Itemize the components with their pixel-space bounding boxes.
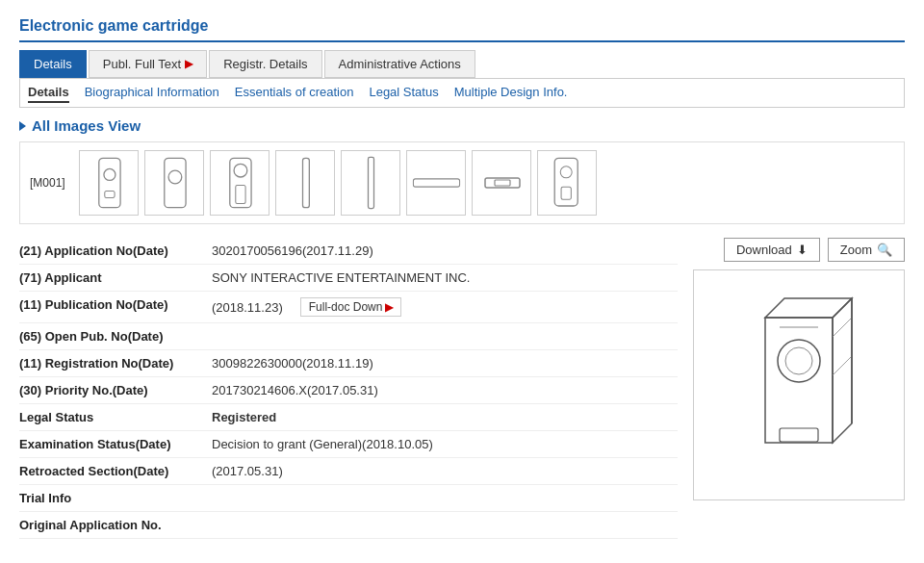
field-row-open-pub: (65) Open Pub. No(Date) bbox=[19, 323, 678, 350]
label-orig-app-no: Original Application No. bbox=[19, 518, 212, 532]
tab-admin-actions[interactable]: Administrative Actions bbox=[324, 50, 475, 78]
thumbnail-3 bbox=[210, 150, 270, 216]
value-priority-no: 201730214606.X(2017.05.31) bbox=[212, 383, 678, 397]
thumbnail-5 bbox=[341, 150, 400, 216]
tab-details[interactable]: Details bbox=[19, 50, 87, 78]
subtab-essentials[interactable]: Essentials of creation bbox=[235, 83, 354, 103]
field-row-pub-no: (11) Publication No(Date) (2018.11.23) F… bbox=[19, 292, 678, 323]
value-retroacted: (2017.05.31) bbox=[212, 464, 678, 478]
svg-rect-18 bbox=[780, 428, 818, 442]
patent-drawing bbox=[693, 269, 905, 500]
svg-point-6 bbox=[234, 164, 247, 177]
label-exam-status: Examination Status(Date) bbox=[19, 437, 212, 451]
value-reg-no: 3009822630000(2018.11.19) bbox=[212, 356, 678, 371]
thumbnail-4 bbox=[275, 150, 335, 216]
label-legal-status: Legal Status bbox=[19, 410, 212, 424]
field-row-applicant: (71) Applicant SONY INTERACTIVE ENTERTAI… bbox=[19, 265, 678, 292]
full-doc-button[interactable]: Full-doc Down ▶ bbox=[300, 297, 402, 317]
label-trial-info: Trial Info bbox=[19, 491, 212, 505]
subtab-details[interactable]: Details bbox=[28, 83, 69, 103]
svg-point-14 bbox=[560, 166, 572, 178]
svg-point-4 bbox=[168, 170, 182, 184]
action-buttons: Download ⬇ Zoom 🔍 bbox=[693, 238, 905, 262]
fields-table: (21) Application No(Date) 3020170056196(… bbox=[19, 238, 678, 539]
subtab-legal-status[interactable]: Legal Status bbox=[369, 83, 438, 103]
thumbnail-8 bbox=[537, 150, 597, 216]
svg-rect-5 bbox=[229, 158, 250, 207]
svg-point-17 bbox=[785, 347, 812, 374]
svg-rect-3 bbox=[164, 158, 185, 207]
field-row-orig-app-no: Original Application No. bbox=[19, 512, 678, 539]
pdf-icon-full-doc: ▶ bbox=[385, 301, 393, 314]
thumbnail-1 bbox=[79, 150, 139, 216]
svg-line-20 bbox=[833, 318, 852, 337]
svg-rect-0 bbox=[98, 158, 119, 207]
svg-rect-13 bbox=[554, 158, 578, 206]
patent-drawing-svg bbox=[712, 279, 886, 491]
field-row-exam-status: Examination Status(Date) Decision to gra… bbox=[19, 431, 678, 458]
svg-rect-2 bbox=[104, 192, 114, 198]
label-open-pub: (65) Open Pub. No(Date) bbox=[19, 329, 212, 344]
right-panel: Download ⬇ Zoom 🔍 bbox=[693, 238, 905, 539]
label-app-no: (21) Application No(Date) bbox=[19, 243, 212, 258]
svg-rect-12 bbox=[495, 180, 510, 186]
label-retroacted: Retroacted Section(Date) bbox=[19, 464, 212, 478]
field-row-priority-no: (30) Priority No.(Date) 201730214606.X(2… bbox=[19, 377, 678, 404]
zoom-icon: 🔍 bbox=[877, 243, 892, 257]
field-row-reg-no: (11) Registration No(Date) 3009822630000… bbox=[19, 350, 678, 377]
download-button[interactable]: Download ⬇ bbox=[724, 238, 820, 262]
page-wrapper: Electronic game cartridge Details Publ. … bbox=[0, 0, 924, 549]
images-row: [M001] bbox=[19, 141, 905, 224]
value-legal-status: Registered bbox=[212, 410, 678, 424]
value-applicant: SONY INTERACTIVE ENTERTAINMENT INC. bbox=[212, 270, 678, 285]
tab-publ-full-text[interactable]: Publ. Full Text ▶ bbox=[89, 50, 207, 78]
content-area: (21) Application No(Date) 3020170056196(… bbox=[19, 238, 905, 539]
svg-point-16 bbox=[778, 340, 820, 382]
label-priority-no: (30) Priority No.(Date) bbox=[19, 383, 212, 397]
subtab-multiple-design[interactable]: Multiple Design Info. bbox=[454, 83, 568, 103]
subtab-bio-info[interactable]: Biographical Information bbox=[85, 83, 219, 103]
download-icon: ⬇ bbox=[797, 243, 808, 257]
svg-rect-8 bbox=[302, 158, 309, 207]
field-row-legal-status: Legal Status Registered bbox=[19, 404, 678, 431]
all-images-section-title: All Images View bbox=[19, 117, 905, 134]
sub-tabs-bar: Details Biographical Information Essenti… bbox=[19, 78, 905, 108]
main-tabs: Details Publ. Full Text ▶ Registr. Detai… bbox=[19, 50, 905, 78]
label-applicant: (71) Applicant bbox=[19, 270, 212, 285]
label-pub-no: (11) Publication No(Date) bbox=[19, 297, 212, 312]
page-title: Electronic game cartridge bbox=[19, 10, 905, 42]
tab-registr-details[interactable]: Registr. Details bbox=[209, 50, 321, 78]
field-row-retroacted: Retroacted Section(Date) (2017.05.31) bbox=[19, 458, 678, 485]
m001-label: [M001] bbox=[30, 176, 73, 190]
svg-point-1 bbox=[103, 168, 115, 180]
zoom-button[interactable]: Zoom 🔍 bbox=[828, 238, 905, 262]
thumbnail-7 bbox=[472, 150, 531, 216]
pdf-icon: ▶ bbox=[185, 58, 192, 70]
thumbnail-2 bbox=[144, 150, 204, 216]
value-exam-status: Decision to grant (General)(2018.10.05) bbox=[212, 437, 678, 451]
value-pub-no: (2018.11.23) Full-doc Down ▶ bbox=[212, 297, 678, 317]
label-reg-no: (11) Registration No(Date) bbox=[19, 356, 212, 371]
svg-rect-10 bbox=[413, 179, 459, 187]
svg-rect-15 bbox=[561, 187, 571, 199]
field-row-app-no: (21) Application No(Date) 3020170056196(… bbox=[19, 238, 678, 265]
triangle-icon bbox=[19, 121, 26, 131]
svg-rect-9 bbox=[368, 157, 373, 208]
value-app-no: 3020170056196(2017.11.29) bbox=[212, 243, 678, 258]
svg-rect-7 bbox=[235, 186, 244, 204]
field-row-trial-info: Trial Info bbox=[19, 485, 678, 512]
thumbnail-6 bbox=[406, 150, 466, 216]
svg-line-21 bbox=[833, 356, 852, 375]
